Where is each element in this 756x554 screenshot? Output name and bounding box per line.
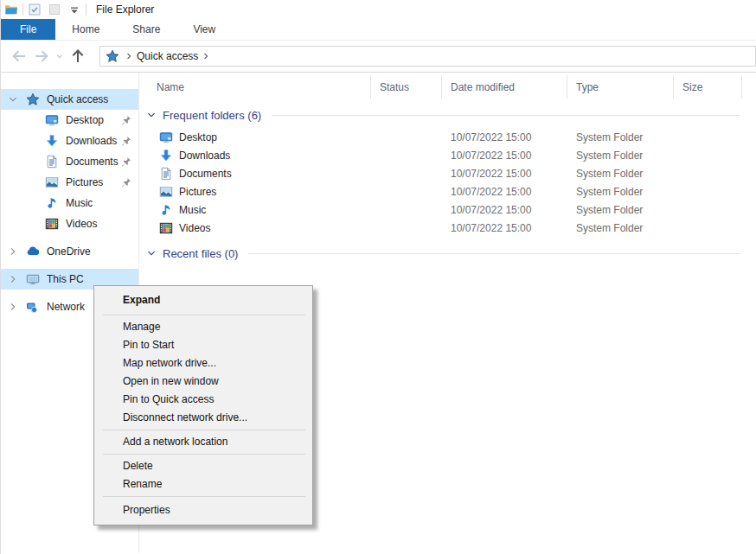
file-date-modified: 10/07/2022 15:00 <box>442 222 567 234</box>
downloads-icon <box>45 134 59 148</box>
new-folder-icon[interactable] <box>48 3 61 16</box>
breadcrumb[interactable]: Quick access <box>137 50 198 62</box>
up-arrow-button[interactable] <box>68 47 87 66</box>
chevron-right-icon[interactable] <box>8 274 18 284</box>
file-explorer-window: File Explorer File Home Share View Quick… <box>0 0 756 554</box>
downloads-icon <box>159 149 173 162</box>
chevron-down-icon[interactable] <box>146 110 157 120</box>
sidebar-item-quick-access[interactable]: Quick access <box>1 89 138 110</box>
column-header-size[interactable]: Size <box>674 75 742 99</box>
menu-item-rename[interactable]: Rename <box>94 475 312 494</box>
menu-item-delete[interactable]: Delete <box>94 457 312 475</box>
tab-view[interactable]: View <box>176 19 232 40</box>
context-menu: Expand Manage Pin to Start Map network d… <box>93 285 313 525</box>
menu-item-pin-to-start[interactable]: Pin to Start <box>94 336 312 354</box>
file-row-downloads[interactable]: Downloads 10/07/2022 15:00 System Folder <box>139 146 756 164</box>
tab-home[interactable]: Home <box>55 19 116 40</box>
chevron-down-icon[interactable] <box>146 248 157 258</box>
file-name: Desktop <box>179 131 217 143</box>
menu-item-properties[interactable]: Properties <box>94 500 312 522</box>
pictures-icon <box>45 175 59 189</box>
group-header-recent-files[interactable]: Recent files (0) <box>139 244 756 263</box>
column-headers: Name Status Date modified Type Size <box>139 75 756 99</box>
group-header-frequent-folders[interactable]: Frequent folders (6) <box>139 105 756 124</box>
sidebar-item-music[interactable]: Music <box>1 193 138 213</box>
frequent-folders-list: Desktop 10/07/2022 15:00 System Folder D… <box>139 128 756 237</box>
menu-item-manage[interactable]: Manage <box>94 318 312 336</box>
menu-item-expand[interactable]: Expand <box>94 289 312 312</box>
sidebar-item-videos[interactable]: Videos <box>1 213 138 234</box>
column-header-spacer <box>742 75 756 99</box>
documents-icon <box>159 167 173 181</box>
sidebar-item-downloads[interactable]: Downloads <box>1 131 138 151</box>
title-bar: File Explorer <box>1 0 756 19</box>
file-name: Documents <box>179 168 232 180</box>
sidebar-item-label: Desktop <box>66 114 104 126</box>
music-icon <box>159 203 173 217</box>
file-row-desktop[interactable]: Desktop 10/07/2022 15:00 System Folder <box>139 128 756 146</box>
network-icon <box>26 300 40 314</box>
divider <box>22 3 23 16</box>
navigation-bar: Quick access <box>1 41 756 73</box>
file-type: System Folder <box>567 131 674 143</box>
menu-item-pin-to-quick-access[interactable]: Pin to Quick access <box>94 391 312 409</box>
file-date-modified: 10/07/2022 15:00 <box>442 186 567 198</box>
file-type: System Folder <box>567 150 674 162</box>
pin-icon <box>120 156 131 168</box>
sidebar-item-label: Videos <box>66 218 97 230</box>
tab-share[interactable]: Share <box>116 19 176 40</box>
sidebar-item-onedrive[interactable]: OneDrive <box>1 241 138 262</box>
group-rule <box>248 253 740 254</box>
properties-check-icon[interactable] <box>28 3 42 16</box>
breadcrumb-chevron-icon[interactable] <box>124 51 134 61</box>
file-date-modified: 10/07/2022 15:00 <box>442 150 567 162</box>
sidebar-item-documents[interactable]: Documents <box>1 151 138 172</box>
file-date-modified: 10/07/2022 15:00 <box>442 204 567 216</box>
this-pc-icon <box>26 272 40 286</box>
chevron-down-icon[interactable] <box>8 94 18 105</box>
group-rule <box>272 115 740 116</box>
menu-item-open-in-new-window[interactable]: Open in new window <box>94 373 312 391</box>
sidebar-item-label: OneDrive <box>47 245 91 258</box>
pin-icon <box>120 115 131 126</box>
file-row-music[interactable]: Music 10/07/2022 15:00 System Folder <box>139 201 756 219</box>
back-arrow-button <box>10 47 29 66</box>
chevron-right-icon[interactable] <box>8 246 18 257</box>
file-name: Downloads <box>179 150 230 162</box>
sidebar-item-desktop[interactable]: Desktop <box>1 110 138 131</box>
file-row-pictures[interactable]: Pictures 10/07/2022 15:00 System Folder <box>139 182 756 201</box>
sidebar-item-label: Network <box>47 301 85 313</box>
menu-separator <box>103 430 305 430</box>
file-row-videos[interactable]: Videos 10/07/2022 15:00 System Folder <box>139 219 756 237</box>
onedrive-icon <box>26 245 40 258</box>
chevron-right-icon[interactable] <box>8 302 18 312</box>
file-name: Pictures <box>179 186 216 198</box>
menu-item-map-network-drive[interactable]: Map network drive... <box>94 354 312 373</box>
menu-item-disconnect-network-drive[interactable]: Disconnect network drive... <box>94 409 312 427</box>
group-count: (6) <box>247 109 261 122</box>
menu-separator <box>103 496 305 497</box>
qat-arrow-icon[interactable] <box>67 3 81 16</box>
file-date-modified: 10/07/2022 15:00 <box>442 168 567 180</box>
sidebar-item-label: Pictures <box>66 176 103 188</box>
quick-access-star-icon <box>26 92 40 106</box>
file-name: Music <box>179 204 206 216</box>
tab-file[interactable]: File <box>1 19 55 40</box>
column-header-date-modified[interactable]: Date modified <box>442 75 567 99</box>
pin-icon <box>120 177 131 188</box>
videos-icon <box>45 217 59 231</box>
menu-item-add-a-network-location[interactable]: Add a network location <box>94 433 312 451</box>
pin-icon <box>120 136 131 147</box>
group-label: Frequent folders <box>163 109 245 122</box>
file-type: System Folder <box>567 168 674 180</box>
file-row-documents[interactable]: Documents 10/07/2022 15:00 System Folder <box>139 164 756 182</box>
menu-separator <box>103 315 305 315</box>
column-header-type[interactable]: Type <box>567 75 674 99</box>
column-header-name[interactable]: Name <box>139 75 371 99</box>
file-name: Videos <box>179 222 210 234</box>
sidebar-item-pictures[interactable]: Pictures <box>1 172 138 193</box>
column-header-status[interactable]: Status <box>371 75 442 99</box>
address-bar[interactable]: Quick access <box>99 46 756 67</box>
breadcrumb-chevron-icon[interactable] <box>201 51 211 61</box>
group-count: (0) <box>225 247 239 260</box>
